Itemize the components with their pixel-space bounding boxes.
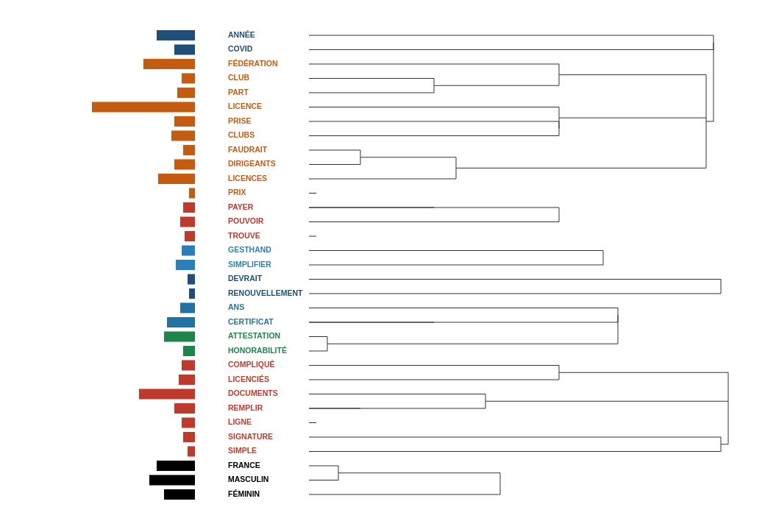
chart-container <box>0 0 765 532</box>
dendrogram-canvas <box>0 0 765 532</box>
